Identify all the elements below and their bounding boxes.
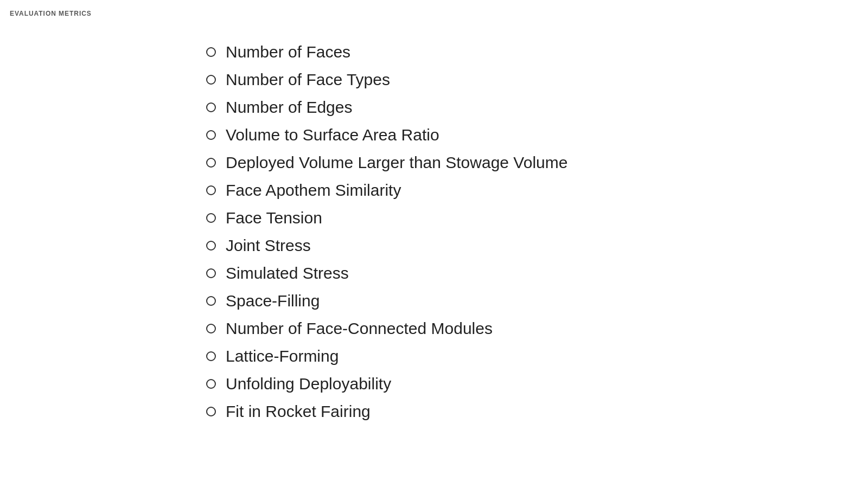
list-item-number-of-faces: Number of Faces	[206, 38, 567, 66]
bullet-icon-space-filling	[206, 296, 216, 306]
item-text-lattice-forming: Lattice-Forming	[226, 345, 339, 367]
item-text-number-of-faces: Number of Faces	[226, 41, 350, 62]
bullet-icon-unfolding-deployability	[206, 379, 216, 389]
item-text-joint-stress: Joint Stress	[226, 235, 311, 256]
item-text-face-tension: Face Tension	[226, 207, 322, 228]
item-text-unfolding-deployability: Unfolding Deployability	[226, 373, 391, 394]
list-item-volume-to-surface-area-ratio: Volume to Surface Area Ratio	[206, 121, 567, 149]
item-text-face-apothem-similarity: Face Apothem Similarity	[226, 179, 401, 201]
list-item-number-of-face-connected-modules: Number of Face-Connected Modules	[206, 314, 567, 342]
bullet-icon-joint-stress	[206, 241, 216, 251]
list-item-deployed-volume: Deployed Volume Larger than Stowage Volu…	[206, 149, 567, 176]
list-item-number-of-face-types: Number of Face Types	[206, 66, 567, 93]
item-text-simulated-stress: Simulated Stress	[226, 262, 349, 284]
list-item-number-of-edges: Number of Edges	[206, 93, 567, 121]
bullet-icon-deployed-volume	[206, 158, 216, 168]
list-item-simulated-stress: Simulated Stress	[206, 259, 567, 287]
bullet-icon-simulated-stress	[206, 268, 216, 278]
list-item-fit-in-rocket-fairing: Fit in Rocket Fairing	[206, 397, 567, 425]
item-text-number-of-edges: Number of Edges	[226, 97, 352, 118]
page-label: EVALUATION METRICS	[10, 10, 92, 17]
item-text-number-of-face-connected-modules: Number of Face-Connected Modules	[226, 318, 493, 339]
bullet-icon-face-tension	[206, 213, 216, 223]
bullet-icon-number-of-face-connected-modules	[206, 324, 216, 333]
item-text-number-of-face-types: Number of Face Types	[226, 69, 390, 90]
metrics-list: Number of FacesNumber of Face TypesNumbe…	[206, 38, 567, 425]
bullet-icon-lattice-forming	[206, 351, 216, 361]
list-item-lattice-forming: Lattice-Forming	[206, 342, 567, 370]
item-text-deployed-volume: Deployed Volume Larger than Stowage Volu…	[226, 152, 567, 173]
item-text-fit-in-rocket-fairing: Fit in Rocket Fairing	[226, 401, 371, 422]
item-text-space-filling: Space-Filling	[226, 290, 320, 311]
bullet-icon-volume-to-surface-area-ratio	[206, 130, 216, 140]
bullet-icon-number-of-face-types	[206, 75, 216, 85]
list-item-space-filling: Space-Filling	[206, 287, 567, 314]
list-item-face-apothem-similarity: Face Apothem Similarity	[206, 176, 567, 204]
item-text-volume-to-surface-area-ratio: Volume to Surface Area Ratio	[226, 124, 439, 145]
bullet-icon-number-of-edges	[206, 102, 216, 112]
list-item-face-tension: Face Tension	[206, 204, 567, 232]
list-item-unfolding-deployability: Unfolding Deployability	[206, 370, 567, 397]
bullet-icon-fit-in-rocket-fairing	[206, 407, 216, 416]
list-item-joint-stress: Joint Stress	[206, 232, 567, 259]
bullet-icon-number-of-faces	[206, 47, 216, 57]
bullet-icon-face-apothem-similarity	[206, 185, 216, 195]
